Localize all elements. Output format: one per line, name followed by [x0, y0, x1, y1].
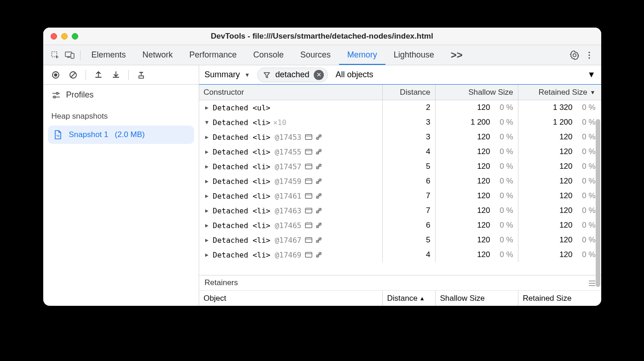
disclosure-triangle-icon[interactable]: ▶ — [204, 163, 210, 170]
table-row[interactable]: ▶ Detached <ul> 2 1200 % 1 3200 % — [199, 100, 601, 115]
disclosure-triangle-icon[interactable]: ▼ — [204, 119, 210, 126]
disclosure-triangle-icon[interactable]: ▶ — [204, 193, 210, 199]
element-badge-icon — [305, 222, 312, 229]
table-row[interactable]: ▶ Detached <li> @17455 4 1200 % 1200 % — [199, 144, 601, 159]
col-constructor[interactable]: Constructor — [199, 85, 383, 100]
garbage-collect-button[interactable] — [133, 68, 149, 82]
distance-value: 6 — [426, 177, 430, 186]
disclosure-triangle-icon[interactable]: ▶ — [204, 252, 210, 258]
snapshot-size: 2.0 MB — [117, 130, 142, 139]
disclosure-triangle-icon[interactable]: ▶ — [204, 178, 210, 184]
retained-pct: 0 % — [577, 118, 596, 127]
device-toolbar-icon[interactable] — [63, 48, 77, 63]
svg-rect-53 — [305, 223, 312, 228]
class-filter[interactable]: detached ✕ — [257, 68, 328, 82]
heap-snapshots-label: Heap snapshots — [43, 105, 199, 125]
retainers-col-shallow[interactable]: Shallow Size — [436, 291, 518, 306]
constructor-name: Detached <li> — [213, 177, 270, 186]
svg-rect-43 — [305, 194, 312, 199]
shallow-pct: 0 % — [495, 250, 513, 259]
table-row[interactable]: ▶ Detached <li> @17457 5 1200 % 1200 % — [199, 159, 601, 174]
table-row[interactable]: ▼ Detached <li> ×10 3 1 2000 % 1 2000 % — [199, 115, 601, 130]
shallow-pct: 0 % — [495, 162, 513, 171]
disclosure-triangle-icon[interactable]: ▶ — [204, 207, 210, 214]
retained-pct: 0 % — [577, 103, 596, 112]
shallow-size-value: 120 — [477, 103, 490, 112]
detached-badge-icon — [315, 222, 322, 229]
tab-sources[interactable]: Sources — [292, 45, 339, 65]
constructor-name: Detached <li> — [213, 192, 270, 201]
element-badge-icon — [305, 134, 312, 140]
table-row[interactable]: ▶ Detached <li> @17467 5 1200 % 1200 % — [199, 233, 601, 247]
retainers-col-object[interactable]: Object — [199, 291, 383, 306]
tab-memory[interactable]: Memory — [339, 45, 385, 65]
retained-size-value: 120 — [559, 221, 572, 230]
retained-size-value: 120 — [559, 235, 572, 245]
window-titlebar: DevTools - file:///Users/stmarthe/detach… — [43, 28, 601, 45]
disclosure-triangle-icon[interactable]: ▶ — [204, 237, 210, 243]
retainers-menu-icon[interactable] — [588, 280, 596, 286]
snapshot-item[interactable]: % Snapshot 1 (2.0 MB) — [48, 126, 194, 144]
tab-performance[interactable]: Performance — [181, 45, 245, 65]
minimize-window-button[interactable] — [61, 33, 68, 40]
tab-console[interactable]: Console — [245, 45, 292, 65]
retainers-panel: Retainers Object Distance▲ Shallow Size … — [199, 275, 601, 306]
retained-pct: 0 % — [577, 191, 596, 201]
col-shallow-size[interactable]: Shallow Size — [436, 85, 518, 100]
retained-pct: 0 % — [577, 177, 596, 186]
svg-rect-38 — [305, 179, 312, 184]
disclosure-triangle-icon[interactable]: ▶ — [204, 134, 210, 140]
table-row[interactable]: ▶ Detached <li> @17453 3 1200 % 1200 % — [199, 130, 601, 144]
disclosure-triangle-icon[interactable]: ▶ — [204, 149, 210, 155]
detached-badge-icon — [315, 149, 322, 155]
tab-elements[interactable]: Elements — [83, 45, 134, 65]
distance-value: 5 — [426, 162, 430, 171]
memory-toolbar: Summary▼ detached ✕ All objects ▼ — [199, 65, 601, 85]
kebab-menu-icon[interactable] — [582, 48, 597, 63]
object-id: @17459 — [270, 177, 301, 186]
svg-rect-20 — [57, 92, 58, 94]
clear-button[interactable] — [65, 68, 81, 82]
retained-pct: 0 % — [577, 250, 596, 259]
table-row[interactable]: ▶ Detached <li> @17463 7 1200 % 1200 % — [199, 203, 601, 218]
settings-gear-icon[interactable] — [567, 48, 582, 63]
object-id: @17461 — [270, 192, 301, 201]
scope-select[interactable]: All objects ▼ — [335, 70, 595, 80]
maximize-window-button[interactable] — [72, 33, 78, 40]
object-id: @17457 — [270, 162, 301, 171]
profiles-header[interactable]: Profiles — [43, 85, 199, 105]
svg-rect-21 — [54, 96, 55, 98]
vertical-scrollbar[interactable] — [596, 119, 600, 287]
retainers-col-retained[interactable]: Retained Size — [518, 291, 601, 306]
svg-rect-58 — [305, 238, 312, 243]
constructor-name: Detached <li> — [213, 118, 270, 127]
shallow-size-value: 120 — [477, 177, 490, 186]
svg-rect-33 — [305, 164, 312, 169]
retained-size-value: 120 — [559, 132, 572, 142]
tab-network[interactable]: Network — [134, 45, 181, 65]
view-select[interactable]: Summary▼ — [205, 70, 250, 80]
table-row[interactable]: ▶ Detached <li> @17469 4 1200 % 1200 % — [199, 247, 601, 262]
record-button[interactable] — [48, 68, 63, 82]
disclosure-triangle-icon[interactable]: ▶ — [204, 222, 210, 229]
svg-rect-48 — [305, 208, 312, 213]
clear-filter-button[interactable]: ✕ — [314, 70, 324, 80]
disclosure-triangle-icon[interactable]: ▶ — [204, 104, 210, 111]
table-row[interactable]: ▶ Detached <li> @17459 6 1200 % 1200 % — [199, 174, 601, 189]
retainers-col-distance[interactable]: Distance▲ — [383, 291, 436, 306]
constructor-name: Detached <li> — [213, 251, 270, 259]
col-distance[interactable]: Distance — [383, 85, 436, 100]
table-row[interactable]: ▶ Detached <li> @17465 6 1200 % 1200 % — [199, 218, 601, 233]
element-badge-icon — [305, 252, 312, 258]
more-tabs-button[interactable]: >> — [443, 45, 471, 65]
inspect-element-icon[interactable] — [48, 48, 63, 63]
distance-value: 5 — [426, 235, 430, 245]
close-window-button[interactable] — [51, 33, 57, 40]
table-row[interactable]: ▶ Detached <li> @17461 7 1200 % 1200 % — [199, 189, 601, 203]
svg-line-10 — [71, 73, 75, 77]
svg-point-6 — [588, 57, 590, 58]
tab-lighthouse[interactable]: Lighthouse — [385, 45, 443, 65]
import-button[interactable] — [108, 68, 124, 82]
export-button[interactable] — [91, 68, 106, 82]
col-retained-size[interactable]: Retained Size▼ — [518, 85, 601, 100]
